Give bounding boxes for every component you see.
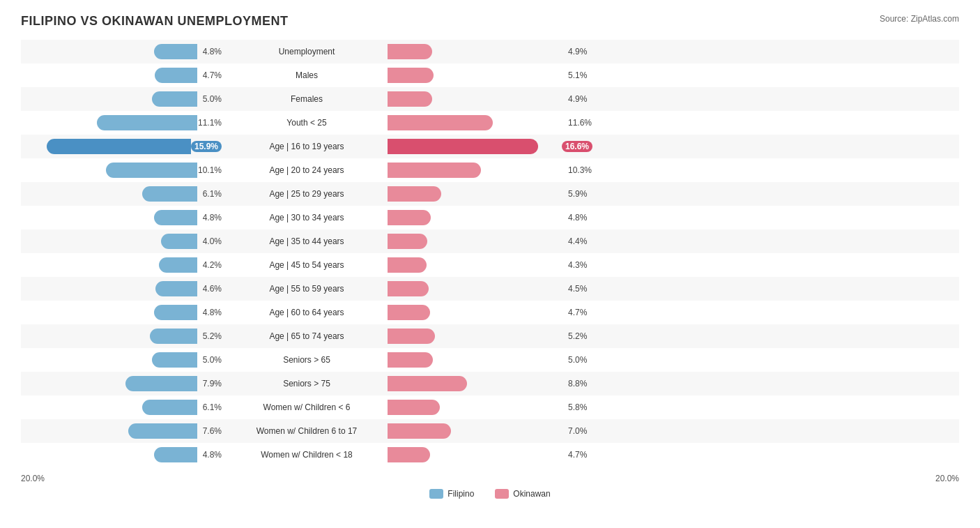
right-bar-container bbox=[388, 376, 564, 391]
left-value: 4.8% bbox=[197, 213, 222, 222]
left-bar-container bbox=[21, 91, 197, 107]
chart-row: 4.8% Unemployment 4.9% bbox=[21, 40, 959, 63]
center-label: Age | 20 to 24 years bbox=[230, 165, 383, 175]
left-value: 5.0% bbox=[197, 94, 222, 104]
left-bar-container bbox=[21, 447, 197, 462]
x-label-right: 20.0% bbox=[935, 474, 959, 483]
left-bar bbox=[155, 68, 197, 83]
left-section: 5.2% bbox=[21, 329, 230, 344]
right-section: 4.3% bbox=[383, 257, 592, 273]
legend-item-okinawan: Okinawan bbox=[495, 489, 550, 499]
left-bar-container bbox=[21, 44, 197, 59]
chart-row: 10.1% Age | 20 to 24 years 10.3% bbox=[21, 158, 959, 182]
x-axis: 20.0% 20.0% bbox=[21, 469, 959, 483]
right-section: 7.0% bbox=[383, 423, 592, 439]
center-label: Women w/ Children < 18 bbox=[230, 450, 383, 460]
left-bar bbox=[142, 400, 197, 415]
left-value: 4.8% bbox=[197, 308, 222, 317]
center-label: Age | 45 to 54 years bbox=[230, 260, 383, 270]
right-bar bbox=[388, 91, 432, 107]
right-value: 4.5% bbox=[568, 284, 592, 294]
left-section: 4.7% bbox=[21, 68, 230, 83]
left-bar bbox=[159, 257, 197, 273]
left-bar-container bbox=[21, 139, 191, 154]
center-label: Age | 65 to 74 years bbox=[230, 331, 383, 341]
right-bar-container bbox=[388, 329, 564, 344]
left-section: 6.1% bbox=[21, 186, 230, 202]
right-bar-container bbox=[388, 352, 564, 368]
chart-rows: 4.8% Unemployment 4.9% 4.7% Males bbox=[21, 40, 959, 467]
right-bar-container bbox=[388, 257, 564, 273]
right-bar bbox=[388, 163, 481, 178]
chart-row: 7.6% Women w/ Children 6 to 17 7.0% bbox=[21, 419, 959, 443]
left-bar bbox=[106, 163, 197, 178]
right-value: 4.9% bbox=[568, 94, 592, 104]
left-section: 4.2% bbox=[21, 257, 230, 273]
left-bar-container bbox=[21, 352, 197, 368]
chart-row: 4.7% Males 5.1% bbox=[21, 63, 959, 87]
right-bar bbox=[388, 423, 451, 439]
center-label: Age | 16 to 19 years bbox=[230, 142, 383, 151]
chart-title: FILIPINO VS OKINAWAN UNEMPLOYMENT bbox=[21, 14, 289, 29]
right-bar bbox=[388, 115, 493, 130]
right-bar bbox=[388, 400, 440, 415]
legend-label-filipino: Filipino bbox=[447, 489, 474, 499]
center-label: Youth < 25 bbox=[230, 118, 383, 128]
right-bar-container bbox=[388, 210, 564, 225]
right-section: 10.3% bbox=[383, 163, 592, 178]
left-bar-container bbox=[21, 423, 197, 439]
chart-row: 5.0% Seniors > 65 5.0% bbox=[21, 348, 959, 372]
right-bar bbox=[388, 186, 441, 202]
chart-row: 15.9% Age | 16 to 19 years 16.6% bbox=[21, 135, 959, 158]
legend: Filipino Okinawan bbox=[21, 489, 959, 499]
right-bar-container bbox=[388, 400, 564, 415]
chart-row: 4.2% Age | 45 to 54 years 4.3% bbox=[21, 253, 959, 277]
right-value: 4.3% bbox=[568, 260, 592, 270]
left-bar bbox=[154, 44, 197, 59]
left-bar-container bbox=[21, 257, 197, 273]
left-section: 7.9% bbox=[21, 376, 230, 391]
left-bar-container bbox=[21, 376, 197, 391]
center-label: Seniors > 75 bbox=[230, 379, 383, 389]
x-axis-center bbox=[413, 474, 567, 483]
left-value: 7.6% bbox=[197, 426, 222, 436]
left-value: 4.6% bbox=[197, 284, 222, 294]
left-bar-container bbox=[21, 281, 197, 296]
left-bar-container bbox=[21, 234, 197, 249]
right-section: 5.0% bbox=[383, 352, 592, 368]
chart-row: 7.9% Seniors > 75 8.8% bbox=[21, 372, 959, 395]
left-bar bbox=[142, 186, 197, 202]
left-bar-container bbox=[21, 210, 197, 225]
right-value: 10.3% bbox=[568, 165, 592, 175]
right-value: 4.7% bbox=[568, 308, 592, 317]
right-bar bbox=[388, 376, 467, 391]
right-bar bbox=[388, 257, 427, 273]
right-section: 5.9% bbox=[383, 186, 592, 202]
left-value: 5.0% bbox=[197, 355, 222, 365]
center-label: Women w/ Children 6 to 17 bbox=[230, 426, 383, 436]
right-bar-container bbox=[388, 68, 564, 83]
left-value: 4.0% bbox=[197, 236, 222, 246]
left-bar bbox=[152, 352, 197, 368]
right-section: 16.6% bbox=[383, 139, 592, 154]
right-bar bbox=[388, 281, 429, 296]
x-label-left: 20.0% bbox=[21, 474, 45, 483]
chart-row: 5.0% Females 4.9% bbox=[21, 87, 959, 111]
right-value: 7.0% bbox=[568, 426, 592, 436]
right-value: 4.9% bbox=[568, 47, 592, 56]
left-section: 4.0% bbox=[21, 234, 230, 249]
right-value: 5.2% bbox=[568, 331, 592, 341]
left-bar-container bbox=[21, 400, 197, 415]
right-section: 11.6% bbox=[383, 115, 592, 130]
left-value: 6.1% bbox=[197, 189, 222, 199]
right-value: 5.9% bbox=[568, 189, 592, 199]
chart-source: Source: ZipAtlas.com bbox=[880, 14, 959, 24]
right-section: 4.7% bbox=[383, 305, 592, 320]
left-value: 15.9% bbox=[191, 141, 222, 152]
right-value: 11.6% bbox=[568, 118, 592, 128]
x-axis-left: 20.0% bbox=[21, 474, 230, 483]
right-bar bbox=[388, 305, 430, 320]
left-bar-container bbox=[21, 68, 197, 83]
legend-item-filipino: Filipino bbox=[429, 489, 474, 499]
right-value: 4.7% bbox=[568, 450, 592, 460]
